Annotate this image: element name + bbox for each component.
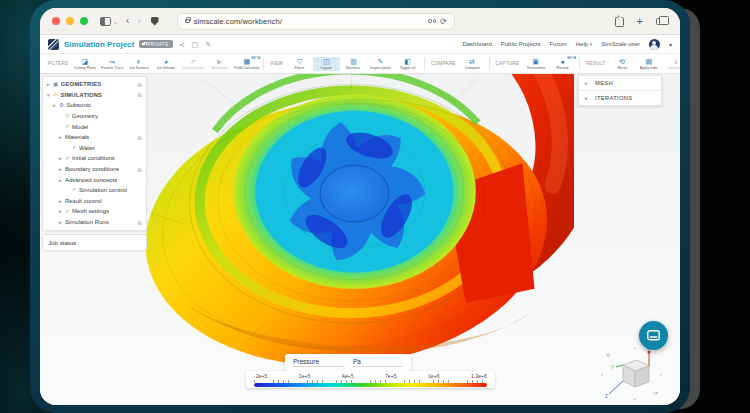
nav-help[interactable]: Help ▾: [576, 41, 593, 47]
pump-3d-model[interactable]: [144, 74, 574, 368]
reader-glasses-icon[interactable]: [428, 19, 436, 23]
browser-sidebar-icon[interactable]: [100, 17, 111, 26]
tree-item-subsonic[interactable]: ▸ ⚙ Subsonic: [43, 100, 146, 111]
particle-trace-icon: ↝: [109, 58, 115, 65]
check-icon: ✓: [72, 145, 77, 151]
check-icon: ✓: [65, 156, 70, 162]
project-title[interactable]: Simulation Project: [64, 40, 134, 49]
tree-item-advanced-concepts[interactable]: ▸ Advanced concepts: [43, 174, 146, 185]
privacy-badge: PRIVATE: [139, 40, 172, 48]
share-page-icon[interactable]: [615, 17, 624, 27]
privacy-shield-icon[interactable]: [151, 17, 159, 26]
minimize-window-button[interactable]: [66, 17, 74, 25]
tree-item-model[interactable]: ✓ Model: [43, 121, 146, 132]
job-status-panel[interactable]: Job status: [42, 234, 147, 251]
browser-chrome: ⌄ ‹ › simscale.com/workbench/ ⟳ +: [40, 8, 680, 35]
address-bar[interactable]: simscale.com/workbench/ ⟳: [177, 13, 455, 30]
zoom-window-button[interactable]: [80, 17, 88, 25]
layout-icon: ◫: [323, 58, 330, 65]
section-mesh[interactable]: ▸ MESH: [579, 76, 661, 90]
svg-text:Z: Z: [605, 394, 608, 399]
tree-item-materials[interactable]: ▸ Materials ⊕: [43, 132, 146, 143]
statistics-button[interactable]: ▥ Statistics: [340, 57, 367, 71]
cutting-plane-icon: ◪: [81, 58, 88, 65]
displacement-button[interactable]: ↗ Displacement: [179, 57, 206, 71]
filters-button[interactable]: ▽ Filters: [286, 57, 313, 71]
back-button[interactable]: ‹: [126, 16, 129, 26]
screenshot-button[interactable]: ▣ Screenshot: [522, 57, 549, 71]
chevron-right-icon: ▸: [585, 80, 591, 86]
tree-item-water[interactable]: ✓ Water: [43, 143, 146, 154]
toggle-all-button[interactable]: ◧ Toggle all: [394, 57, 421, 71]
user-avatar[interactable]: [649, 39, 660, 50]
particle-trace-button[interactable]: ↝ Particle Trace: [98, 57, 125, 71]
unit-dropdown[interactable]: Pa: [353, 358, 403, 367]
nav-forum[interactable]: Forum: [549, 41, 566, 47]
tree-item-simulation-runs[interactable]: ▸ Simulation Runs ⊕: [43, 217, 146, 228]
inspect-point-button[interactable]: ✎ Inspect point: [367, 57, 394, 71]
chevron-right-icon: ▸: [585, 95, 591, 101]
tree-item-initial-conditions[interactable]: ▸ ✓ Initial conditions: [43, 153, 146, 164]
tree-item-geometry[interactable]: ◇ Geometry: [43, 111, 146, 122]
tree-item-simulation-control[interactable]: ✓ Simulation control: [43, 185, 146, 196]
legend-colorbar: [254, 383, 487, 387]
tree-item-geometries[interactable]: ▸ ▣ GEOMETRIES ⊕: [43, 79, 146, 90]
field-dropdown[interactable]: Pressure: [293, 358, 345, 367]
chevron-down-icon[interactable]: ⌄: [113, 18, 118, 25]
chevron-down-icon[interactable]: ▾: [669, 41, 672, 48]
reset-button[interactable]: ⟲ Reset: [608, 57, 635, 71]
simulation-icon: ⚙: [59, 103, 64, 109]
toolbar-group-view: VIEW ▽ Filters ◫ Layout ▥ Statistics ✎: [267, 57, 421, 71]
add-icon[interactable]: ⊕: [137, 134, 142, 141]
nav-public-projects[interactable]: Public Projects: [501, 41, 541, 47]
tree-item-mesh-settings[interactable]: ▸ ✓ Mesh settings: [43, 206, 146, 217]
compare-button[interactable]: ⇄ Compare: [459, 57, 486, 71]
add-icon[interactable]: ⊕: [137, 81, 142, 88]
download-button[interactable]: ⇓ Download: [662, 57, 680, 71]
toolbar-group-filters: FILTERS ◪ Cutting Plane ↝ Particle Trace…: [45, 57, 260, 71]
beta-tag: BETA: [251, 57, 260, 61]
beta-tag: BETA: [567, 57, 576, 61]
iso-volume-button[interactable]: ◕ Iso Volume: [152, 57, 179, 71]
inspect-point-icon: ✎: [378, 58, 384, 65]
add-icon[interactable]: ⊕: [137, 219, 142, 226]
tree-item-boundary-conditions[interactable]: ▸ Boundary conditions ⊕: [43, 164, 146, 175]
group-label: FILTERS: [48, 61, 68, 66]
copy-project-icon[interactable]: ▢: [192, 41, 199, 48]
record-button[interactable]: BETA ● Record: [549, 57, 576, 71]
layout-button[interactable]: ◫ Layout: [313, 57, 340, 71]
nav-username[interactable]: SimScale user: [601, 41, 640, 47]
svg-text:‹: ‹: [601, 371, 603, 377]
apply-redo-button[interactable]: ▤ Apply redo: [635, 57, 662, 71]
tree-item-result-control[interactable]: ▸ Result control: [43, 196, 146, 207]
toolbar-divider: [489, 57, 490, 70]
pressure-legend[interactable]: -2e+5 1e+5 4e+5 7e+5 1e+6 1.3e+6: [246, 371, 495, 388]
close-window-button[interactable]: [52, 17, 60, 25]
field-calculator-button[interactable]: BETA ▦ Field Calculator: [233, 57, 260, 71]
new-tab-icon[interactable]: +: [637, 16, 643, 27]
forward-button[interactable]: ›: [137, 16, 140, 26]
check-icon: ✓: [72, 187, 77, 193]
backdrop: ⌄ ‹ › simscale.com/workbench/ ⟳ +: [0, 0, 750, 413]
tab-overview-icon[interactable]: [656, 18, 664, 25]
share-project-icon[interactable]: ≺: [179, 41, 185, 48]
edit-project-icon[interactable]: ✎: [205, 41, 211, 48]
toolbar-divider: [263, 57, 264, 70]
orientation-cube[interactable]: X Z Y ‹ › ⌃ ⌄ ⟲: [600, 345, 666, 401]
add-icon[interactable]: ⊕: [137, 91, 142, 98]
add-icon[interactable]: ⊕: [137, 166, 142, 173]
support-chat-button[interactable]: [639, 321, 668, 350]
toolbar-divider: [579, 57, 580, 70]
axis-y: Y: [611, 365, 623, 370]
simscale-logo[interactable]: [48, 39, 59, 50]
iso-surface-button[interactable]: ◐ Iso Surface: [125, 57, 152, 71]
nav-dashboard[interactable]: Dashboard: [462, 41, 491, 47]
reload-icon[interactable]: ⟳: [440, 17, 447, 26]
svg-text:⟲: ⟲: [606, 352, 611, 358]
viewport[interactable]: ▸ ▣ GEOMETRIES ⊕ ▾ ⚠ SIMULATIONS ⊕ ▸: [40, 74, 680, 405]
animation-button[interactable]: ▶ Animation: [206, 57, 233, 71]
reset-icon: ⟲: [619, 58, 625, 65]
cutting-plane-button[interactable]: ◪ Cutting Plane: [71, 57, 98, 71]
tree-item-simulations[interactable]: ▾ ⚠ SIMULATIONS ⊕: [43, 90, 146, 101]
section-iterations[interactable]: ▸ ITERATIONS: [579, 90, 661, 105]
